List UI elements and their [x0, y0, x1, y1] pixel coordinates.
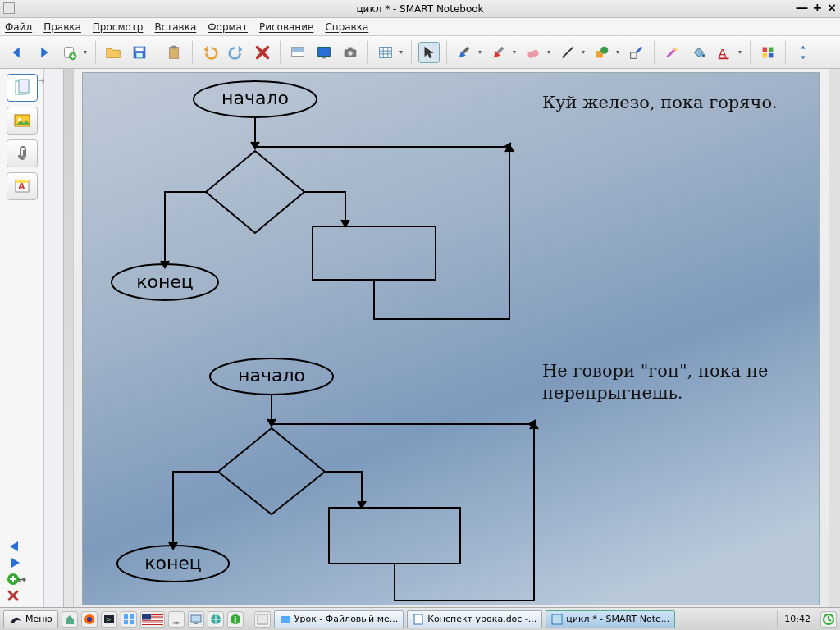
thumbnail-scrollbar[interactable]: [63, 69, 73, 607]
svg-point-12: [348, 51, 353, 55]
svg-rect-60: [191, 615, 201, 622]
svg-text:i: i: [234, 615, 236, 624]
taskbar-item-smart-notebook[interactable]: цикл * - SMART Note...: [546, 610, 675, 628]
svg-rect-13: [348, 47, 353, 50]
minimize-button[interactable]: ―: [797, 1, 808, 14]
nav-delete-icon[interactable]: [7, 589, 20, 602]
nav-prev-icon[interactable]: [7, 540, 25, 553]
nav-add-icon[interactable]: [7, 573, 20, 586]
open-button[interactable]: [103, 42, 124, 63]
canvas-area: Куй железо, пока горячо. Не говори "гоп"…: [74, 69, 840, 607]
svg-rect-47: [124, 614, 128, 619]
page-sorter-tab[interactable]: [7, 74, 38, 102]
nav-next-icon[interactable]: [7, 556, 25, 569]
menu-edit[interactable]: Правка: [43, 21, 81, 33]
pen-tool[interactable]: [454, 42, 475, 63]
menu-format[interactable]: Формат: [208, 21, 248, 33]
svg-rect-26: [769, 47, 774, 52]
tray-info-icon[interactable]: i: [227, 611, 244, 628]
svg-rect-28: [769, 52, 774, 57]
text-properties-tab[interactable]: A: [7, 172, 38, 200]
taskbar: Меню > i Урок - Файловый ме... Конспект …: [0, 607, 840, 630]
canvas-scrollbar[interactable]: [829, 69, 840, 607]
menu-insert[interactable]: Вставка: [154, 21, 196, 33]
tray-smart-icon[interactable]: [254, 611, 271, 628]
close-button[interactable]: ×: [827, 1, 837, 14]
svg-rect-50: [130, 620, 134, 624]
svg-point-44: [87, 617, 92, 622]
nav-add-dropdown[interactable]: ▾: [22, 576, 25, 583]
fill-tool[interactable]: [687, 42, 709, 63]
shape-dropdown[interactable]: ▾: [614, 42, 621, 63]
next-page-button[interactable]: [33, 42, 54, 63]
select-tool[interactable]: [418, 42, 440, 63]
svg-rect-58: [142, 614, 151, 620]
slide-page[interactable]: Куй железо, пока горячо. Не говори "гоп"…: [82, 72, 820, 605]
svg-rect-27: [763, 52, 768, 57]
creative-pen-dropdown[interactable]: ▾: [511, 42, 518, 63]
svg-rect-14: [380, 47, 392, 57]
maximize-button[interactable]: +: [813, 1, 823, 14]
screen-shade-button[interactable]: [287, 42, 308, 63]
svg-line-18: [563, 47, 573, 57]
undo-button[interactable]: [199, 42, 221, 63]
svg-rect-56: [142, 622, 163, 623]
svg-point-59: [175, 622, 177, 624]
paste-button[interactable]: [164, 42, 185, 63]
show-desktop-icon[interactable]: [820, 611, 837, 628]
shape-tool[interactable]: [591, 42, 613, 63]
tray-globe-icon[interactable]: [208, 611, 224, 628]
move-toolbar-button[interactable]: [792, 42, 814, 63]
flowchart-bottom[interactable]: начало конец: [83, 350, 821, 607]
tray-display-icon[interactable]: [188, 611, 204, 628]
pen-dropdown[interactable]: ▾: [477, 42, 483, 63]
magic-pen-tool[interactable]: [661, 42, 682, 63]
eraser-dropdown[interactable]: ▾: [546, 42, 552, 63]
add-page-dropdown[interactable]: ▾: [82, 42, 89, 63]
prev-page-button[interactable]: [7, 42, 28, 63]
start-menu-label: Меню: [25, 614, 52, 624]
svg-text:>: >: [106, 616, 112, 623]
tray-home-icon[interactable]: [62, 611, 78, 628]
properties-button[interactable]: [757, 42, 778, 63]
table-button[interactable]: [375, 42, 396, 63]
tray-keyboard-layout-icon[interactable]: [140, 611, 165, 628]
eraser-tool[interactable]: [523, 42, 544, 63]
redo-button[interactable]: [226, 42, 247, 63]
svg-rect-10: [322, 57, 326, 58]
table-dropdown[interactable]: ▾: [398, 42, 404, 63]
text-tool[interactable]: A: [714, 42, 735, 63]
shape-pen-tool[interactable]: [626, 42, 647, 63]
text-dropdown[interactable]: ▾: [737, 42, 743, 63]
gallery-tab[interactable]: [7, 107, 38, 135]
svg-rect-66: [281, 616, 290, 623]
tray-firefox-icon[interactable]: [81, 611, 98, 628]
fullscreen-button[interactable]: [313, 42, 335, 63]
svg-point-22: [702, 53, 705, 57]
add-page-button[interactable]: [59, 42, 80, 63]
taskbar-item-label: Конспект урока.doc -...: [427, 614, 536, 624]
taskbar-item-label: Урок - Файловый ме...: [294, 614, 399, 624]
taskbar-item-file-manager[interactable]: Урок - Файловый ме...: [274, 610, 404, 628]
save-button[interactable]: [129, 42, 150, 63]
capture-button[interactable]: [340, 42, 361, 63]
tray-terminal-icon[interactable]: >: [101, 611, 117, 628]
attachments-tab[interactable]: [7, 139, 38, 167]
menu-view[interactable]: Просмотр: [93, 21, 144, 33]
delete-button[interactable]: [252, 42, 273, 63]
line-tool[interactable]: [557, 42, 578, 63]
menu-draw[interactable]: Рисование: [259, 21, 313, 33]
app-icon: [3, 2, 15, 14]
svg-rect-30: [19, 80, 29, 93]
svg-rect-17: [527, 49, 540, 58]
taskbar-item-document[interactable]: Конспект урока.doc -...: [407, 610, 542, 628]
taskbar-clock[interactable]: 10:42: [777, 610, 817, 628]
tray-windows-icon[interactable]: [121, 611, 137, 628]
menu-help[interactable]: Справка: [325, 21, 368, 33]
flowchart-top[interactable]: начало конец: [83, 73, 821, 344]
tray-network-icon[interactable]: [168, 611, 185, 628]
start-menu-button[interactable]: Меню: [3, 610, 58, 628]
creative-pen-tool[interactable]: [488, 42, 509, 63]
menu-file[interactable]: Файл: [5, 21, 32, 33]
line-dropdown[interactable]: ▾: [580, 42, 587, 63]
